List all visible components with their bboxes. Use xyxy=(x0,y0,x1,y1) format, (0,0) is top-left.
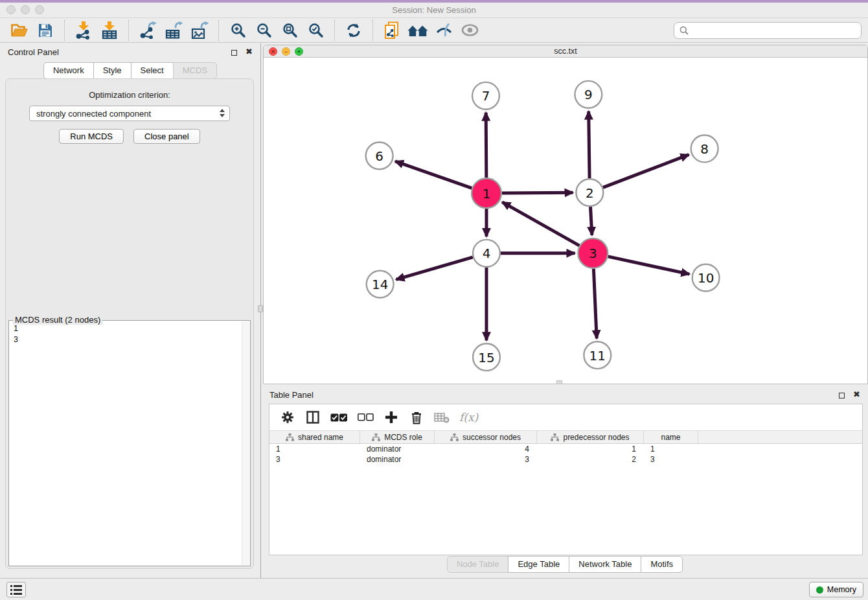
column-header-mcds-role[interactable]: MCDS role xyxy=(360,431,435,443)
refresh-view-button[interactable] xyxy=(341,20,367,41)
svg-text:11: 11 xyxy=(589,349,606,363)
hierarchy-icon xyxy=(286,433,294,441)
show-columns-button[interactable] xyxy=(305,411,321,424)
table-row[interactable]: 3 dominator 3 2 3 xyxy=(269,454,862,465)
search-input[interactable] xyxy=(692,25,856,35)
graph-node-9[interactable]: 9 xyxy=(575,81,602,108)
network-resize-grip[interactable] xyxy=(556,380,562,384)
mcds-result-box: MCDS result (2 nodes) 1 3 xyxy=(8,320,251,566)
svg-text:14: 14 xyxy=(372,277,388,292)
graph-edge-2-9[interactable] xyxy=(589,111,589,179)
table-row[interactable]: 1 dominator 4 1 1 xyxy=(269,444,862,454)
list-icon xyxy=(10,585,22,595)
result-scrollbar[interactable] xyxy=(242,321,249,565)
graph-node-11[interactable]: 11 xyxy=(584,341,611,369)
mcds-panel: Optimization criterion: strongly connect… xyxy=(5,78,254,569)
graph-node-7[interactable]: 7 xyxy=(472,82,499,110)
graph-node-8[interactable]: 8 xyxy=(691,135,718,163)
graph-node-6[interactable]: 6 xyxy=(366,142,393,169)
delete-table-icon xyxy=(434,411,450,423)
close-panel-button[interactable]: Close panel xyxy=(133,129,200,144)
graph-node-2[interactable]: 2 xyxy=(576,179,603,206)
tab-select[interactable]: Select xyxy=(131,62,174,79)
graph-edge-4-14[interactable] xyxy=(396,257,473,279)
export-network-button[interactable] xyxy=(135,20,161,41)
column-header-name[interactable]: name xyxy=(644,431,698,443)
graph-node-15[interactable]: 15 xyxy=(473,343,500,371)
delete-column-button[interactable] xyxy=(409,411,424,424)
import-table-button[interactable] xyxy=(97,20,122,41)
network-canvas[interactable]: 1234678910111415 xyxy=(264,58,867,384)
tab-node-table[interactable]: Node Table xyxy=(447,556,509,573)
graph-node-1[interactable]: 1 xyxy=(472,178,501,208)
task-history-button[interactable] xyxy=(6,582,26,597)
memory-button[interactable]: Memory xyxy=(809,582,863,597)
zoom-selected-button[interactable] xyxy=(303,20,328,41)
hide-selected-button[interactable] xyxy=(431,20,457,41)
column-header-successor-nodes[interactable]: successor nodes xyxy=(435,431,537,443)
graph-edge-2-8[interactable] xyxy=(603,155,689,188)
run-mcds-button[interactable]: Run MCDS xyxy=(59,129,124,144)
tab-network-table[interactable]: Network Table xyxy=(569,556,641,573)
network-window: ✕ − + scc.txt 1234678910111415 xyxy=(263,45,868,384)
graph-edge-1-7[interactable] xyxy=(486,113,486,178)
export-table-button[interactable] xyxy=(161,20,187,41)
column-header-predecessor-nodes[interactable]: predecessor nodes xyxy=(537,431,644,443)
float-panel-icon[interactable] xyxy=(231,50,237,56)
tab-mcds[interactable]: MCDS xyxy=(173,62,217,79)
search-field[interactable] xyxy=(674,22,862,39)
open-session-button[interactable] xyxy=(6,20,32,41)
optimization-criterion-select[interactable]: strongly connected component xyxy=(29,106,230,121)
gear-icon xyxy=(281,411,294,424)
clone-network-button[interactable] xyxy=(379,20,405,41)
close-panel-icon[interactable]: ✖ xyxy=(246,47,253,56)
tab-edge-table[interactable]: Edge Table xyxy=(508,556,569,573)
zoom-selected-icon xyxy=(308,22,324,38)
hierarchy-icon xyxy=(372,433,380,441)
control-panel-tabs: Network Style Select MCDS xyxy=(0,62,260,79)
toolbar-separator xyxy=(218,20,219,41)
save-session-button[interactable] xyxy=(32,20,58,41)
close-table-panel-icon[interactable]: ✖ xyxy=(853,389,860,399)
graph-node-10[interactable]: 10 xyxy=(692,264,720,292)
status-bar: Memory xyxy=(0,578,868,600)
float-table-panel-icon[interactable] xyxy=(839,393,845,398)
delete-table-button[interactable] xyxy=(434,411,450,423)
import-table-icon xyxy=(102,21,117,40)
cell-mcds-role: dominator xyxy=(360,455,435,464)
graph-node-4[interactable]: 4 xyxy=(473,240,500,267)
import-network-button[interactable] xyxy=(71,20,97,41)
tab-style[interactable]: Style xyxy=(93,62,131,79)
svg-text:1: 1 xyxy=(483,187,491,202)
graph-edge-2-3[interactable] xyxy=(591,207,592,235)
zoom-fit-button[interactable] xyxy=(277,20,303,41)
graph-node-14[interactable]: 14 xyxy=(367,271,394,298)
homes-icon xyxy=(407,23,428,38)
tab-motifs[interactable]: Motifs xyxy=(641,556,683,573)
home-layout-button[interactable] xyxy=(405,20,431,41)
export-image-button[interactable] xyxy=(187,20,212,41)
right-column: ✕ − + scc.txt 1234678910111415 Table Pan… xyxy=(262,43,868,578)
eye-slash-icon xyxy=(435,22,453,38)
column-label: successor nodes xyxy=(463,433,521,442)
zoom-out-button[interactable] xyxy=(251,20,277,41)
function-builder-button[interactable]: f(x) xyxy=(459,411,478,424)
graph-edge-3-11[interactable] xyxy=(593,269,597,339)
add-column-button[interactable] xyxy=(383,411,399,424)
cell-name: 1 xyxy=(644,444,698,454)
tab-network[interactable]: Network xyxy=(43,62,94,79)
graph-edge-1-2[interactable] xyxy=(502,192,573,193)
column-header-shared-name[interactable]: shared name xyxy=(269,431,360,443)
show-hidden-button[interactable] xyxy=(457,20,483,41)
deselect-all-button[interactable] xyxy=(358,413,374,421)
mcds-result-text[interactable]: 1 3 xyxy=(9,321,250,348)
graph-edge-3-10[interactable] xyxy=(608,257,690,274)
select-all-button[interactable] xyxy=(330,413,348,422)
graph-node-3[interactable]: 3 xyxy=(578,238,608,268)
table-settings-button[interactable] xyxy=(280,411,295,424)
graph-edge-3-1[interactable] xyxy=(502,202,579,246)
network-graph[interactable]: 1234678910111415 xyxy=(264,58,867,384)
cell-successor-nodes: 4 xyxy=(435,444,537,454)
zoom-in-button[interactable] xyxy=(225,20,251,41)
graph-edge-1-6[interactable] xyxy=(395,161,472,188)
